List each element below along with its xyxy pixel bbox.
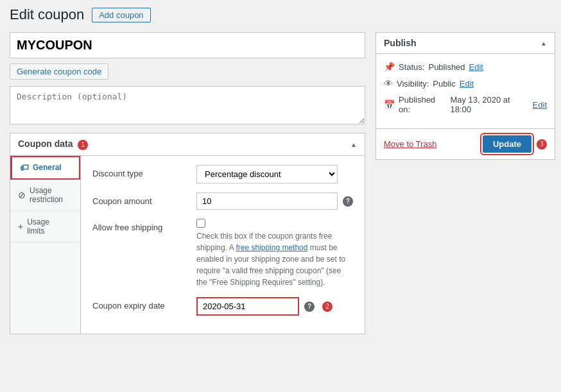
publish-title: Publish (384, 38, 417, 48)
page-header: Edit coupon Add coupon (10, 6, 551, 23)
generate-coupon-button[interactable]: Generate coupon code (10, 64, 108, 80)
free-shipping-description: Check this box if the coupon grants free… (196, 230, 353, 288)
free-shipping-row: Allow free shipping Check this box if th… (92, 219, 353, 288)
update-button[interactable]: Update (483, 135, 531, 153)
coupon-amount-input[interactable] (196, 192, 338, 210)
right-column: Publish ▲ 📌 Status: Published Edit 👁 Vis… (375, 32, 555, 160)
coupon-code-input[interactable] (10, 32, 365, 58)
discount-type-control: Percentage discount Fixed cart discount … (196, 165, 353, 183)
update-area: Update 3 (483, 135, 547, 153)
publish-status-value: Published (428, 62, 465, 72)
restriction-icon: ⊘ (18, 190, 26, 200)
coupon-data-toggle-icon[interactable]: ▲ (350, 141, 357, 148)
free-shipping-control: Check this box if the coupon grants free… (196, 219, 353, 288)
move-to-trash-link[interactable]: Move to Trash (384, 139, 436, 149)
description-textarea[interactable] (10, 86, 365, 124)
publish-footer: Move to Trash Update 3 (376, 128, 555, 159)
free-shipping-label: Allow free shipping (92, 219, 189, 232)
tab-usage-restriction[interactable]: ⊘ Usagerestriction (10, 180, 80, 211)
add-coupon-button[interactable]: Add coupon (92, 8, 150, 22)
publish-status-row: 📌 Status: Published Edit (384, 62, 547, 72)
discount-type-label: Discount type (92, 165, 189, 178)
coupon-data-header: Coupon data 1 ▲ (10, 133, 365, 156)
discount-type-select[interactable]: Percentage discount Fixed cart discount … (196, 165, 338, 183)
tab-general[interactable]: 🏷 General (10, 156, 80, 180)
badge-2: 2 (322, 302, 332, 312)
status-pin-icon: 📌 (384, 62, 395, 72)
tabs-sidebar: 🏷 General ⊘ Usagerestriction + Usagelimi… (10, 156, 81, 334)
free-shipping-method-link[interactable]: free shipping method (236, 243, 307, 252)
publish-toggle-icon[interactable]: ▲ (540, 40, 547, 47)
publish-date-label: Published on: (399, 95, 446, 114)
publish-visibility-edit-link[interactable]: Edit (460, 79, 474, 89)
tab-content-general: Discount type Percentage discount Fixed … (81, 156, 365, 334)
badge-3: 3 (537, 139, 547, 149)
coupon-amount-label: Coupon amount (92, 192, 189, 206)
discount-type-row: Discount type Percentage discount Fixed … (92, 165, 353, 183)
publish-visibility-row: 👁 Visibility: Public Edit (384, 78, 547, 89)
plus-icon: + (18, 221, 23, 232)
publish-date-value: May 13, 2020 at 18:00 (450, 95, 528, 114)
left-column: Generate coupon code Coupon data 1 ▲ 🏷 G… (10, 32, 365, 334)
expiry-date-row: Coupon expiry date ? 2 (92, 297, 353, 316)
coupon-data-box: Coupon data 1 ▲ 🏷 General ⊘ Usagerestric… (10, 133, 365, 334)
coupon-amount-help-icon[interactable]: ? (343, 196, 353, 207)
expiry-date-control: ? 2 (196, 297, 353, 316)
publish-date-row: 📅 Published on: May 13, 2020 at 18:00 Ed… (384, 95, 547, 114)
publish-date-edit-link[interactable]: Edit (533, 100, 547, 110)
publish-visibility-label: Visibility: (397, 79, 429, 89)
page-title: Edit coupon (10, 6, 84, 23)
expiry-date-help-icon[interactable]: ? (304, 302, 315, 312)
publish-visibility-value: Public (433, 79, 455, 89)
coupon-data-body: 🏷 General ⊘ Usagerestriction + Usagelimi… (10, 156, 365, 334)
publish-box: Publish ▲ 📌 Status: Published Edit 👁 Vis… (375, 32, 555, 160)
publish-status-edit-link[interactable]: Edit (469, 62, 483, 72)
visibility-eye-icon: 👁 (384, 78, 393, 89)
tab-usage-restriction-label: Usagerestriction (30, 186, 63, 204)
expiry-date-input[interactable] (196, 297, 299, 316)
tab-general-label: General (33, 163, 62, 172)
tab-usage-limits[interactable]: + Usagelimits (10, 211, 80, 243)
calendar-icon: 📅 (384, 99, 395, 110)
main-layout: Generate coupon code Coupon data 1 ▲ 🏷 G… (10, 32, 551, 334)
tag-icon: 🏷 (20, 162, 29, 173)
expiry-date-label: Coupon expiry date (92, 297, 189, 311)
coupon-amount-row: Coupon amount ? (92, 192, 353, 210)
publish-body: 📌 Status: Published Edit 👁 Visibility: P… (376, 54, 555, 128)
coupon-amount-control: ? (196, 192, 353, 210)
tab-usage-limits-label: Usagelimits (27, 217, 49, 235)
coupon-data-title: Coupon data (18, 139, 73, 149)
free-shipping-checkbox[interactable] (196, 219, 205, 228)
publish-status-label: Status: (399, 62, 424, 72)
publish-header: Publish ▲ (376, 33, 555, 54)
coupon-data-title-area: Coupon data 1 (18, 139, 88, 150)
badge-1: 1 (78, 140, 88, 150)
